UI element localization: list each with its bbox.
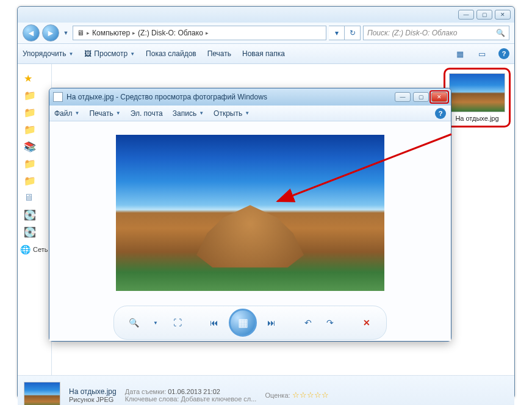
address-dropdown[interactable]: ▾: [329, 26, 345, 40]
computer-icon: 🖥: [76, 29, 85, 37]
rotate-ccw-button[interactable]: ↶: [301, 315, 315, 330]
network-icon[interactable]: 🌐: [20, 245, 31, 254]
folder-icon[interactable]: 📁: [24, 90, 36, 102]
pv-minimize-button[interactable]: —: [395, 92, 411, 102]
date-value: 01.06.2013 21:02: [168, 388, 220, 395]
organize-button[interactable]: Упорядочить ▼: [23, 49, 73, 58]
rating-label: Оценка:: [265, 392, 290, 399]
photoviewer-titlebar[interactable]: На отдыхе.jpg - Средство просмотра фотог…: [49, 88, 451, 106]
folder-icon[interactable]: 📁: [24, 175, 36, 187]
file-thumbnail[interactable]: [449, 73, 505, 112]
file-item-highlight: На отдыхе.jpg: [444, 68, 511, 127]
maximize-button[interactable]: ▢: [476, 10, 492, 20]
search-placeholder: Поиск: (Z:) Disk-O: Облако: [367, 29, 457, 37]
details-pane: На отдыхе.jpg Рисунок JPEG Дата съемки: …: [18, 375, 514, 405]
chevron-down-icon: ▼: [245, 110, 250, 116]
photoviewer-title: На отдыхе.jpg - Средство просмотра фотог…: [66, 93, 267, 101]
tags-value[interactable]: Добавьте ключевое сл...: [181, 395, 256, 403]
pv-maximize-button[interactable]: ▢: [413, 92, 429, 102]
photoviewer-controls: 🔍 ▼ ⛶ ⏮ ▦ ⏭ ↶ ↷ ✕: [49, 304, 451, 341]
chevron-down-icon: ▼: [68, 51, 73, 57]
menu-email[interactable]: Эл. почта: [131, 109, 163, 118]
search-input[interactable]: Поиск: (Z:) Disk-O: Облако 🔍: [363, 26, 509, 40]
app-icon: [53, 92, 63, 102]
view-button[interactable]: 🖼 Просмотр ▼: [84, 49, 135, 58]
address-bar[interactable]: 🖥 ▸ Компьютер ▸ (Z:) Disk-O: Облако ▸: [73, 26, 326, 40]
photo-display-area: [49, 121, 451, 304]
close-button[interactable]: ✕: [495, 10, 511, 20]
organize-label: Упорядочить: [23, 49, 66, 58]
slideshow-button[interactable]: Показ слайдов: [146, 49, 196, 58]
menu-file[interactable]: Файл▼: [54, 109, 79, 118]
newfolder-button[interactable]: Новая папка: [242, 49, 285, 58]
delete-button[interactable]: ✕: [359, 315, 374, 330]
pv-close-button[interactable]: ✕: [431, 92, 447, 102]
rating-stars[interactable]: ☆☆☆☆☆: [292, 392, 329, 399]
navigation-pane: ★ 📁 📁 📁 📚 📁 📁 🖥 💽 💽 🌐 Сеть: [18, 64, 52, 375]
photoviewer-menubar: Файл▼ Печать▼ Эл. почта Запись▼ Открыть▼…: [49, 106, 451, 121]
actual-size-button[interactable]: ⛶: [170, 315, 185, 330]
photoviewer-window: На отдыхе.jpg - Средство просмотра фотог…: [49, 88, 451, 342]
photo-content: [116, 135, 384, 291]
help-button[interactable]: ?: [498, 48, 509, 59]
breadcrumb-drive[interactable]: (Z:) Disk-O: Облако: [137, 29, 204, 37]
details-filetype: Рисунок JPEG: [69, 396, 117, 403]
menu-burn[interactable]: Запись▼: [173, 109, 204, 118]
image-icon: 🖼: [84, 49, 92, 58]
file-name-label[interactable]: На отдыхе.jpg: [449, 115, 505, 122]
explorer-toolbar: Упорядочить ▼ 🖼 Просмотр ▼ Показ слайдов…: [18, 43, 514, 64]
chevron-down-icon: ▼: [116, 110, 121, 116]
back-button[interactable]: ◄: [23, 24, 40, 41]
slideshow-play-button[interactable]: ▦: [229, 309, 257, 337]
details-filename: На отдыхе.jpg: [69, 387, 117, 396]
refresh-button[interactable]: ↻: [345, 26, 361, 40]
chevron-down-icon: ▼: [199, 110, 204, 116]
tags-label: Ключевые слова:: [125, 395, 179, 403]
nav-history-dropdown[interactable]: ▼: [62, 27, 70, 39]
folder-icon[interactable]: 📁: [24, 107, 36, 119]
chevron-right-icon: ▸: [132, 30, 135, 36]
network-label[interactable]: Сеть: [33, 246, 48, 253]
pv-toolbar: 🔍 ▼ ⛶ ⏮ ▦ ⏭ ↶ ↷ ✕: [113, 306, 387, 340]
view-label: Просмотр: [94, 49, 128, 58]
date-label: Дата съемки:: [125, 388, 166, 395]
prev-button[interactable]: ⏮: [207, 315, 221, 330]
favorites-icon[interactable]: ★: [24, 73, 36, 85]
nav-row: ◄ ► ▼ 🖥 ▸ Компьютер ▸ (Z:) Disk-O: Облак…: [18, 23, 514, 43]
pv-help-button[interactable]: ?: [435, 108, 446, 119]
print-button[interactable]: Печать: [207, 49, 231, 58]
chevron-right-icon: ▸: [206, 30, 209, 36]
preview-pane-button[interactable]: ▭: [476, 48, 487, 59]
next-button[interactable]: ⏭: [264, 315, 279, 330]
chevron-down-icon: ▼: [75, 110, 80, 116]
drive-icon[interactable]: 💽: [24, 226, 36, 238]
zoom-dropdown[interactable]: ▼: [148, 315, 163, 330]
details-thumbnail: [24, 382, 60, 406]
menu-print[interactable]: Печать▼: [89, 109, 120, 118]
chevron-right-icon: ▸: [87, 30, 90, 36]
view-options-button[interactable]: ▦: [455, 48, 466, 59]
zoom-button[interactable]: 🔍: [126, 315, 141, 330]
libraries-icon[interactable]: 📚: [24, 141, 36, 153]
minimize-button[interactable]: —: [458, 10, 474, 20]
rotate-cw-button[interactable]: ↷: [323, 315, 337, 330]
chevron-down-icon: ▼: [130, 51, 135, 57]
breadcrumb-computer[interactable]: Компьютер: [91, 29, 131, 37]
folder-icon[interactable]: 📁: [24, 124, 36, 136]
explorer-titlebar: — ▢ ✕: [18, 7, 514, 23]
drive-icon[interactable]: 💽: [24, 209, 36, 221]
search-icon: 🔍: [496, 29, 505, 37]
folder-icon[interactable]: 📁: [24, 158, 36, 170]
computer-icon[interactable]: 🖥: [24, 192, 36, 204]
menu-open[interactable]: Открыть▼: [214, 109, 250, 118]
forward-button[interactable]: ►: [42, 24, 59, 41]
